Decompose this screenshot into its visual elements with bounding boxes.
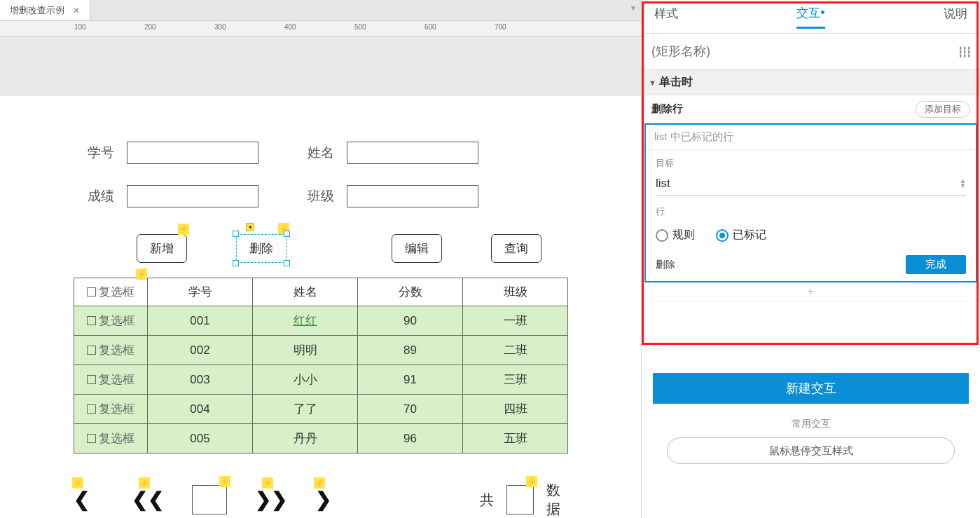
bolt-icon: ⚡ xyxy=(139,477,150,489)
bolt-icon: ⚡ xyxy=(72,477,83,489)
pager-total-box[interactable]: ⚡ xyxy=(506,485,534,514)
radio-rule[interactable]: 规则 xyxy=(656,228,695,243)
cell-class: 三班 xyxy=(463,365,568,395)
hover-style-button[interactable]: 鼠标悬停交互样式 xyxy=(667,437,955,464)
event-header[interactable]: ▼ 单击时 xyxy=(642,70,980,95)
new-interaction-button[interactable]: 新建交互 xyxy=(653,373,969,404)
stepper-icon[interactable]: ▲▼ xyxy=(960,179,966,189)
cell-id: 004 xyxy=(148,395,253,424)
tab-style[interactable]: 样式 xyxy=(654,6,678,27)
cell-score: 89 xyxy=(358,336,463,365)
action-header: 删除行 添加目标 xyxy=(642,95,980,123)
cell-checkbox[interactable]: 复选框 xyxy=(74,306,148,336)
query-button[interactable]: 查询 xyxy=(491,234,541,263)
cell-class: 二班 xyxy=(463,336,568,365)
widget-name-input[interactable] xyxy=(651,44,958,59)
cell-id: 001 xyxy=(148,306,253,336)
cell-checkbox[interactable]: 复选框 xyxy=(74,365,148,395)
cell-class: 五班 xyxy=(463,424,568,454)
cell-score: 96 xyxy=(358,424,463,454)
add-button[interactable]: 新增 ⚡ xyxy=(137,234,187,263)
form-area: 学号 姓名 成绩 班级 xyxy=(81,142,478,229)
cell-checkbox[interactable]: 复选框 xyxy=(74,424,148,454)
label-class: 班级 xyxy=(301,187,334,205)
checkbox-icon[interactable] xyxy=(87,316,96,325)
cell-checkbox[interactable]: 复选框 xyxy=(74,395,148,424)
selection-handle[interactable] xyxy=(284,260,290,266)
action-name: 删除行 xyxy=(651,102,683,116)
checkbox-icon[interactable] xyxy=(87,346,96,355)
cell-name: 丹丹 xyxy=(253,424,358,454)
canvas-area: 增删改查示例 ✕ ▼ 100 200 300 400 500 600 700 学… xyxy=(0,0,641,518)
pager-total-pre: 共 xyxy=(480,491,494,510)
tab-notes[interactable]: 说明 xyxy=(944,6,967,27)
cell-class: 四班 xyxy=(463,395,568,424)
tab-dropdown-icon[interactable]: ▼ xyxy=(630,4,637,12)
data-table: 复选框 ⚡ 学号 姓名 分数 班级 复选框001红红90一班复选框002明明89… xyxy=(74,278,568,454)
document-tab[interactable]: 增删改查示例 ✕ xyxy=(0,0,90,20)
cell-id: 005 xyxy=(148,424,253,454)
bolt-icon: ⚡ xyxy=(314,477,325,489)
checkbox-icon[interactable] xyxy=(87,434,96,443)
canvas[interactable]: 学号 姓名 成绩 班级 xyxy=(0,36,641,518)
delete-link[interactable]: 删除 xyxy=(656,259,675,271)
pager: ❮ ⚡ ❮❮ ⚡ ⚡ ❯❯ ⚡ ❯ ⚡ 共 ⚡ 数据 xyxy=(74,485,331,514)
common-interactions-label: 常用交互 xyxy=(642,418,980,430)
settings-sliders-icon[interactable]: ┇┇┇ xyxy=(958,46,970,57)
cell-name[interactable]: 红红 xyxy=(253,306,358,336)
checkbox-icon[interactable] xyxy=(87,404,96,414)
table-row: 复选框003小小91三班 xyxy=(74,365,568,395)
pager-prev[interactable]: ❮❮ ⚡ xyxy=(132,490,164,510)
tab-interactions[interactable]: 交互• xyxy=(796,5,824,29)
cell-name: 小小 xyxy=(253,365,358,395)
radio-marked[interactable]: 已标记 xyxy=(716,228,766,243)
target-select[interactable]: list ▲▼ xyxy=(656,174,966,196)
cell-name: 明明 xyxy=(253,336,358,365)
done-button[interactable]: 完成 xyxy=(906,255,966,274)
action-description: list 中已标记的行 xyxy=(646,125,976,150)
collapse-triangle-icon[interactable]: ▼ xyxy=(649,79,656,87)
label-name: 姓名 xyxy=(301,144,334,162)
cell-id: 002 xyxy=(148,336,253,365)
checkbox-icon[interactable] xyxy=(87,375,96,384)
label-score: 成绩 xyxy=(81,187,114,205)
pager-next[interactable]: ❯❯ ⚡ xyxy=(255,490,287,510)
header-checkbox: 复选框 ⚡ xyxy=(74,278,148,306)
widget-name-row: ┇┇┇ xyxy=(642,34,980,70)
edit-button[interactable]: 编辑 xyxy=(392,234,442,263)
pager-page-box[interactable]: ⚡ xyxy=(192,485,227,514)
ruler: 100 200 300 400 500 600 700 xyxy=(0,21,641,36)
cell-class: 一班 xyxy=(463,306,568,336)
table-row: 复选框001红红90一班 xyxy=(74,306,568,336)
add-target-button[interactable]: 添加目标 xyxy=(916,101,970,118)
label-student-id: 学号 xyxy=(81,144,114,162)
header-name: 姓名 xyxy=(253,278,358,306)
input-student-id[interactable] xyxy=(127,142,258,164)
button-row: 新增 ⚡ 删除 ⚡ ▾ 编辑 查询 xyxy=(137,234,541,263)
input-class[interactable] xyxy=(347,185,478,207)
panel-tabs: 样式 交互• 说明 xyxy=(642,0,980,34)
add-action-row[interactable]: + xyxy=(642,282,980,301)
tab-title: 增删改查示例 xyxy=(10,4,64,17)
pager-total-post: 数据 xyxy=(546,481,568,518)
checkbox-icon[interactable] xyxy=(87,287,96,297)
cell-checkbox[interactable]: 复选框 xyxy=(74,336,148,365)
table-header-row: 复选框 ⚡ 学号 姓名 分数 班级 xyxy=(74,278,568,306)
header-score: 分数 xyxy=(358,278,463,306)
canvas-background-strip xyxy=(0,36,641,96)
delete-button-selected[interactable]: 删除 ⚡ ▾ xyxy=(236,234,287,263)
pager-last[interactable]: ❯ ⚡ xyxy=(315,490,331,510)
target-label: 目标 xyxy=(656,157,966,170)
row-label: 行 xyxy=(656,205,966,218)
input-score[interactable] xyxy=(127,185,258,207)
selection-handle[interactable] xyxy=(233,260,239,266)
radio-icon xyxy=(656,229,668,242)
header-class: 班级 xyxy=(463,278,568,306)
pager-first[interactable]: ❮ ⚡ xyxy=(74,490,90,510)
bolt-icon: ⚡ xyxy=(219,476,230,487)
selection-handle[interactable] xyxy=(233,231,239,237)
selection-handle[interactable] xyxy=(284,231,290,237)
cell-name: 了了 xyxy=(253,395,358,424)
close-icon[interactable]: ✕ xyxy=(73,6,80,15)
input-name[interactable] xyxy=(347,142,478,164)
